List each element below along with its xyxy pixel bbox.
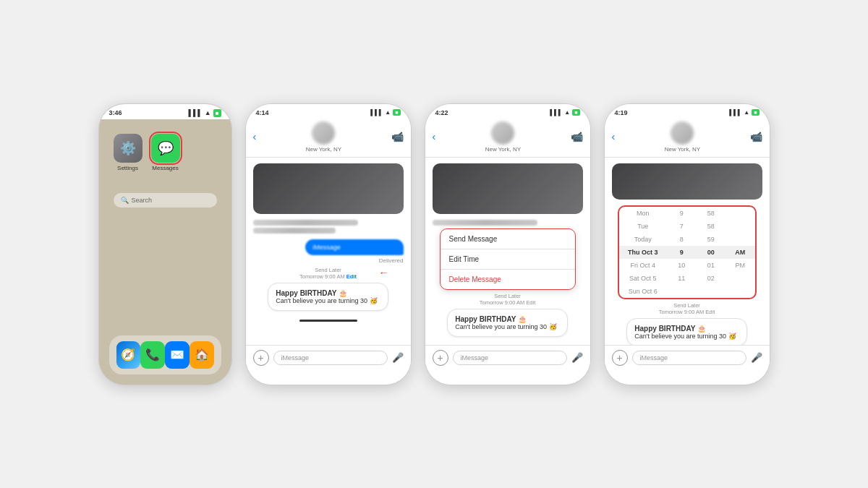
- contact-avatar: [312, 121, 335, 145]
- home-status-icons: ▌▌▌ ▲ ■: [189, 109, 221, 117]
- dock-home[interactable]: 🏠: [190, 341, 214, 369]
- photo-block-3: [433, 163, 583, 214]
- contact-info-3: New York, NY: [485, 121, 521, 153]
- settings-icon: ⚙️: [114, 134, 142, 163]
- dock-safari[interactable]: 🧭: [116, 341, 141, 369]
- msg4-status-icons: ▌▌▌ ▲ ■: [729, 109, 759, 116]
- signal-icon: ▌▌▌: [189, 109, 203, 116]
- send-later-label: Send Later: [315, 267, 341, 273]
- imessage-placeholder: iMessage: [281, 354, 310, 361]
- imessage-input[interactable]: iMessage: [273, 351, 388, 365]
- dock-mail[interactable]: ✉️: [165, 341, 190, 369]
- msg3-status-bar: 4:22 ▌▌▌ ▲ ■: [425, 104, 590, 119]
- msg2-status-icons: ▌▌▌ ▲ ■: [370, 109, 400, 116]
- wifi-icon: ▲: [205, 109, 211, 116]
- home-indicator: [299, 320, 357, 322]
- contact-location-3: New York, NY: [485, 146, 521, 153]
- send-later-label-4: Send Later: [673, 302, 700, 309]
- msg4-status-bar: 4:19 ▌▌▌ ▲ ■: [605, 104, 770, 119]
- home-search-bar[interactable]: 🔍 Search: [114, 193, 217, 207]
- birthday-body-2: Can't believe you are turning 30 🥳: [276, 297, 380, 304]
- send-later-row-4: Send Later Tomorrow 9:00 AM Edit: [612, 302, 762, 315]
- msg2-status-bar: 4:14 ▌▌▌ ▲ ■: [246, 104, 411, 119]
- mic-button[interactable]: 🎤: [392, 352, 404, 363]
- video-button-4[interactable]: 📹: [750, 131, 762, 142]
- contact-info: New York, NY: [306, 121, 341, 153]
- imessage-input-4[interactable]: iMessage: [632, 351, 746, 365]
- dp-row-mon: Mon 9 58: [619, 207, 755, 220]
- delete-message-option[interactable]: Delete Message: [441, 270, 575, 289]
- phone-messages-screen-3: 4:22 ▌▌▌ ▲ ■ ‹ New York, NY 📹 Send Messa…: [425, 103, 591, 385]
- msg3-time: 4:22: [435, 109, 448, 116]
- add-button-4[interactable]: +: [612, 350, 628, 366]
- msg3-input-bar: + iMessage 🎤: [425, 345, 590, 370]
- send-later-label-3: Send Later: [494, 293, 521, 299]
- messages-icon: 💬: [151, 134, 180, 163]
- home-time: 3:46: [109, 109, 122, 116]
- edit-time-option[interactable]: Edit Time: [441, 249, 575, 270]
- birthday-title-2: Happy BIRTHDAY 🎂: [276, 289, 380, 297]
- search-icon: 🔍: [121, 197, 129, 204]
- send-message-option[interactable]: Send Message: [441, 229, 575, 249]
- video-button-3[interactable]: 📹: [571, 131, 583, 142]
- imessage-placeholder-3: iMessage: [461, 354, 489, 361]
- dp-row-sun: Sun Oct 6: [619, 285, 755, 298]
- imessage-placeholder-4: iMessage: [640, 354, 668, 361]
- contact-info-4: New York, NY: [665, 121, 700, 153]
- delivered-text: Delivered: [253, 257, 404, 264]
- tomorrow-3: Tomorrow 9:00 AM Edit: [480, 299, 536, 306]
- msg4-nav-bar: ‹ New York, NY 📹: [605, 119, 770, 158]
- send-later-time: Tomorrow 9:00 AM: [299, 273, 346, 280]
- msg3-content: Send Message Edit Time Delete Message Se…: [425, 158, 590, 343]
- mic-button-4[interactable]: 🎤: [751, 352, 762, 363]
- dp-row-selected[interactable]: Thu Oct 3 9 00 AM: [619, 246, 755, 259]
- screenshots-container: 3:46 ▌▌▌ ▲ ■ ⚙️ Settings 💬 Messages: [84, 89, 785, 400]
- photo-block: [253, 163, 404, 214]
- msg2-time: 4:14: [256, 109, 269, 116]
- dp-row-sat: Sat Oct 5 11 02: [619, 272, 755, 285]
- search-placeholder: Search: [132, 197, 153, 204]
- dock-phone[interactable]: 📞: [140, 341, 165, 369]
- imessage-input-3[interactable]: iMessage: [453, 351, 567, 365]
- date-picker[interactable]: Mon 9 58 Tue 7 58 Today 8 59: [618, 205, 757, 299]
- contact-location-4: New York, NY: [665, 146, 700, 153]
- back-button[interactable]: ‹: [253, 131, 257, 142]
- settings-app[interactable]: ⚙️ Settings: [114, 134, 142, 171]
- blurred-text-1: [253, 220, 359, 226]
- contact-location: New York, NY: [306, 146, 341, 153]
- birthday-body-4: Can't believe you are turning 30 🥳: [634, 333, 739, 340]
- add-button-3[interactable]: +: [433, 350, 448, 366]
- send-later-row: Send Later Tomorrow 9:00 AM Edit ←: [253, 267, 404, 280]
- back-button-3[interactable]: ‹: [433, 131, 436, 142]
- add-button[interactable]: +: [253, 350, 269, 366]
- back-button-4[interactable]: ‹: [612, 131, 616, 142]
- contact-avatar-4: [671, 121, 694, 145]
- msg2-nav-bar: ‹ New York, NY 📹: [246, 119, 411, 158]
- dp-row-today: Today 8 59: [619, 233, 755, 246]
- msg4-time: 4:19: [615, 109, 628, 116]
- mic-button-3[interactable]: 🎤: [571, 352, 583, 363]
- contact-avatar-3: [491, 121, 514, 145]
- photo-block-4: [612, 163, 762, 200]
- red-arrow-icon: ←: [379, 267, 389, 278]
- blurred-text-3: [433, 220, 538, 226]
- home-dock: 🧭 📞 ✉️ 🏠: [109, 335, 221, 374]
- send-later-edit[interactable]: Edit: [346, 273, 357, 280]
- birthday-message-4: Happy BIRTHDAY 🎂 Can't believe you are t…: [626, 318, 746, 346]
- phone-messages-screen-4: 4:19 ▌▌▌ ▲ ■ ‹ New York, NY 📹 Mon 9 58: [604, 103, 770, 385]
- messages-app[interactable]: 💬 Messages: [151, 134, 180, 171]
- msg2-content: iMessage Delivered Send Later Tomorrow 9…: [246, 158, 411, 317]
- phone-home-screen: 3:46 ▌▌▌ ▲ ■ ⚙️ Settings 💬 Messages: [98, 103, 232, 385]
- birthday-body-3: Can't believe you are turning 30 🥳: [455, 323, 559, 330]
- msg2-input-bar: + iMessage 🎤: [246, 345, 411, 370]
- tomorrow-4: Tomorrow 9:00 AM Edit: [659, 309, 715, 315]
- birthday-message-2: Happy BIRTHDAY 🎂 Can't believe you are t…: [268, 283, 388, 311]
- birthday-message-3: Happy BIRTHDAY 🎂 Can't believe you are t…: [447, 309, 567, 337]
- battery-icon: ■: [213, 109, 221, 117]
- msg3-status-icons: ▌▌▌ ▲ ■: [550, 109, 579, 116]
- context-menu: Send Message Edit Time Delete Message: [440, 228, 576, 290]
- video-button[interactable]: 📹: [391, 131, 404, 142]
- home-status-bar: 3:46 ▌▌▌ ▲ ■: [99, 104, 231, 119]
- blurred-text-2: [253, 228, 336, 234]
- msg4-content: Mon 9 58 Tue 7 58 Today 8 59: [605, 158, 770, 352]
